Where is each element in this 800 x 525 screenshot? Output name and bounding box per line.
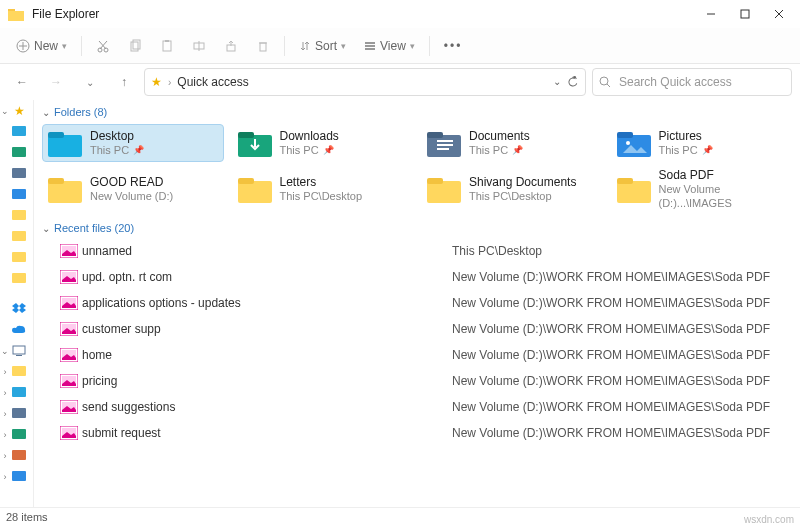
file-name: customer supp [82, 322, 452, 336]
folder-item[interactable]: GOOD READNew Volume (D:) [42, 164, 224, 214]
folder-item[interactable]: Soda PDFNew Volume (D:)...\IMAGES [611, 164, 793, 214]
download-icon[interactable] [10, 147, 28, 159]
view-button[interactable]: View ▾ [356, 35, 423, 57]
onedrive-icon[interactable] [10, 325, 28, 335]
copy-button[interactable] [120, 35, 150, 57]
folder-icon[interactable] [10, 252, 28, 264]
command-bar: New ▾ Sort ▾ View ▾ ••• [0, 28, 800, 64]
nav-strip[interactable]: ⌄★ ⌄ › › › › › › [0, 100, 34, 507]
close-button[interactable] [762, 0, 796, 28]
desktop-icon[interactable] [10, 126, 28, 138]
folder-icon[interactable] [10, 231, 28, 243]
file-row[interactable]: customer suppNew Volume (D:)\WORK FROM H… [42, 316, 792, 342]
folder-name: GOOD READ [90, 175, 173, 189]
document-icon [427, 128, 461, 158]
file-row[interactable]: upd. optn. rt comNew Volume (D:)\WORK FR… [42, 264, 792, 290]
chevron-down-icon: ▾ [62, 41, 67, 51]
document-icon[interactable] [10, 408, 28, 420]
folder-item[interactable]: LettersThis PC\Desktop [232, 164, 414, 214]
rename-button[interactable] [184, 35, 214, 57]
minimize-button[interactable] [694, 0, 728, 28]
chevron-right-icon[interactable]: › [0, 367, 10, 377]
svg-rect-28 [12, 147, 26, 157]
file-row[interactable]: send suggestionsNew Volume (D:)\WORK FRO… [42, 394, 792, 420]
recent-dropdown-button[interactable]: ⌄ [76, 68, 104, 96]
file-row[interactable]: applications options - updatesNew Volume… [42, 290, 792, 316]
folders-group-header[interactable]: ⌄ Folders (8) [42, 106, 792, 118]
chevron-right-icon[interactable]: › [0, 388, 10, 398]
file-row[interactable]: pricingNew Volume (D:)\WORK FROM HOME\IM… [42, 368, 792, 394]
this-pc-icon[interactable] [10, 345, 28, 357]
picture-icon[interactable] [10, 471, 28, 483]
document-icon[interactable] [10, 168, 28, 180]
file-path: New Volume (D:)\WORK FROM HOME\IMAGES\So… [452, 270, 792, 284]
music-icon[interactable] [10, 450, 28, 462]
forward-button[interactable]: → [42, 68, 70, 96]
paste-button[interactable] [152, 35, 182, 57]
recent-group-label: Recent files (20) [54, 222, 134, 234]
chevron-down-icon: ▾ [341, 41, 346, 51]
chevron-right-icon[interactable]: › [0, 430, 10, 440]
folder-item[interactable]: DesktopThis PC📌 [42, 124, 224, 162]
refresh-icon [567, 76, 579, 88]
file-name: send suggestions [82, 400, 452, 414]
download-icon[interactable] [10, 429, 28, 441]
desktop-icon [48, 128, 82, 158]
sort-button[interactable]: Sort ▾ [291, 35, 354, 57]
recent-group-header[interactable]: ⌄ Recent files (20) [42, 222, 792, 234]
new-button[interactable]: New ▾ [8, 35, 75, 57]
chevron-right-icon[interactable]: › [0, 472, 10, 482]
folder-location: This PC [469, 143, 508, 157]
breadcrumb[interactable]: Quick access [177, 75, 248, 89]
svg-rect-56 [48, 178, 64, 184]
dropbox-icon[interactable] [10, 303, 28, 315]
svg-rect-39 [12, 408, 26, 418]
desktop-icon[interactable] [10, 387, 28, 399]
refresh-button[interactable] [567, 76, 579, 88]
new-label: New [34, 39, 58, 53]
share-button[interactable] [216, 35, 246, 57]
plus-circle-icon [16, 39, 30, 53]
chevron-right-icon[interactable]: › [0, 409, 10, 419]
more-button[interactable]: ••• [436, 35, 471, 57]
file-row[interactable]: submit requestNew Volume (D:)\WORK FROM … [42, 420, 792, 446]
svg-rect-16 [165, 40, 169, 42]
chevron-down-icon[interactable]: ⌄ [0, 106, 10, 116]
folder-item[interactable]: DownloadsThis PC📌 [232, 124, 414, 162]
search-input[interactable] [617, 74, 785, 90]
svg-rect-53 [617, 132, 633, 138]
star-icon: ★ [151, 75, 162, 89]
search-box[interactable] [592, 68, 792, 96]
back-button[interactable]: ← [8, 68, 36, 96]
star-icon[interactable]: ★ [10, 104, 28, 118]
body: ⌄★ ⌄ › › › › › › ⌄ Folders (8) DesktopTh… [0, 100, 800, 507]
folder-location: This PC [280, 143, 319, 157]
address-dropdown-icon[interactable]: ⌄ [553, 76, 561, 88]
svg-rect-40 [12, 429, 26, 439]
folder-item[interactable]: Shivang DocumentsThis PC\Desktop [421, 164, 603, 214]
folder-icon[interactable] [10, 366, 28, 378]
file-row[interactable]: unnamedThis PC\Desktop [42, 238, 792, 264]
file-name: upd. optn. rt com [82, 270, 452, 284]
folder-item[interactable]: PicturesThis PC📌 [611, 124, 793, 162]
folder-icon[interactable] [10, 210, 28, 222]
watermark: wsxdn.com [744, 514, 794, 525]
svg-rect-43 [48, 135, 82, 157]
folder-icon[interactable] [10, 273, 28, 285]
folder-location: New Volume (D:)...\IMAGES [659, 182, 787, 210]
chevron-down-icon[interactable]: ⌄ [0, 346, 10, 356]
address-row: ← → ⌄ ↑ ★ › Quick access ⌄ [0, 64, 800, 100]
pin-icon: 📌 [323, 143, 334, 157]
svg-rect-46 [238, 132, 254, 138]
address-bar[interactable]: ★ › Quick access ⌄ [144, 68, 586, 96]
chevron-right-icon[interactable]: › [0, 451, 10, 461]
folder-name: Shivang Documents [469, 175, 576, 189]
folder-item[interactable]: DocumentsThis PC📌 [421, 124, 603, 162]
up-button[interactable]: ↑ [110, 68, 138, 96]
maximize-button[interactable] [728, 0, 762, 28]
cut-button[interactable] [88, 35, 118, 57]
picture-icon[interactable] [10, 189, 28, 201]
file-row[interactable]: homeNew Volume (D:)\WORK FROM HOME\IMAGE… [42, 342, 792, 368]
file-path: New Volume (D:)\WORK FROM HOME\IMAGES\So… [452, 400, 792, 414]
delete-button[interactable] [248, 35, 278, 57]
